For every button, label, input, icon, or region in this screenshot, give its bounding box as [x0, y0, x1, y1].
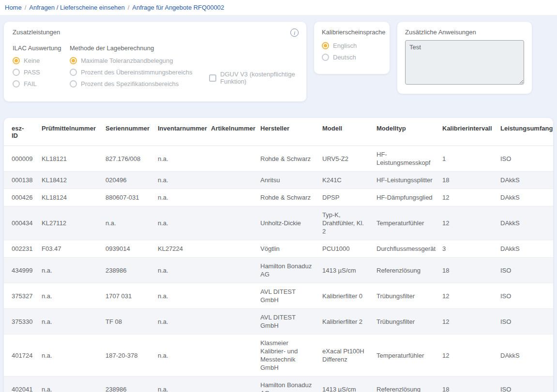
table-cell: 1413 µS/cm: [318, 377, 373, 392]
table-row-401724[interactable]: 401724n.a.187-20-378n.a.Klasmeier Kalibr…: [4, 334, 553, 377]
table-cell: 0939014: [102, 240, 154, 258]
radio-selected-icon[interactable]: [70, 57, 77, 64]
table-cell: 18: [438, 172, 497, 189]
anweisungen-textarea[interactable]: Test: [405, 40, 524, 85]
table-cell: 827.176/008: [102, 146, 154, 172]
radio-unselected-icon[interactable]: [13, 80, 20, 87]
table-cell: 375330: [4, 309, 38, 334]
table-row-000434[interactable]: 000434KL27112n.a.n.a.Unholtz-DickieTyp-K…: [4, 206, 553, 240]
table-cell: 1707 031: [102, 283, 154, 309]
table-cell: 12: [438, 334, 497, 377]
checkbox-icon[interactable]: [209, 74, 216, 82]
table-body: 000009KL18121827.176/008n.a.Rohde & Schw…: [4, 146, 553, 392]
devices-table: esz-IDPrüfmittelnummerSeriennummerInvent…: [4, 118, 553, 392]
table-row-375330[interactable]: 375330n.a.TF 08n.a.AVL DITEST GmbHKalibr…: [4, 309, 553, 334]
table-cell: [207, 206, 256, 240]
radio-option-keine[interactable]: Keine: [13, 57, 70, 64]
radio-unselected-icon[interactable]: [322, 54, 329, 61]
table-cell: 1: [438, 146, 497, 172]
radio-unselected-icon[interactable]: [70, 69, 77, 76]
radio-option-maximale-toleranzbandbelegung[interactable]: Maximale Toleranzbandbelegung: [70, 57, 196, 64]
dguv-checkbox-row[interactable]: DGUV V3 (kostenpflichtige Funktion): [209, 64, 299, 92]
table-row-000009[interactable]: 000009KL18121827.176/008n.a.Rohde & Schw…: [4, 146, 553, 172]
table-cell: n.a.: [38, 309, 102, 334]
zusaetzliche-anweisungen-panel: Zusätzliche Anweisungen Test: [397, 22, 532, 94]
breadcrumb-separator: /: [25, 4, 27, 11]
sprache-radio-group: EnglischDeutsch: [322, 42, 382, 61]
radio-option-pass[interactable]: PASS: [13, 69, 70, 76]
table-cell: 000138: [4, 172, 38, 189]
table-cell: HF-Leistungsmesskopf: [373, 146, 438, 172]
radio-option-fail[interactable]: FAIL: [13, 80, 70, 87]
table-cell: 18: [438, 258, 497, 283]
column-header-prüfmittelnummer: Prüfmittelnummer: [38, 118, 102, 146]
radio-unselected-icon[interactable]: [70, 80, 77, 87]
radio-label: Prozent des Spezifikationsbereichs: [81, 80, 179, 87]
methode-radio-group: Maximale ToleranzbandbelegungProzent des…: [70, 57, 196, 87]
radio-option-englisch[interactable]: Englisch: [322, 42, 382, 49]
radio-option-prozent-des-übereinstimmungsbereichs[interactable]: Prozent des Übereinstimmungsbereichs: [70, 69, 196, 76]
radio-option-deutsch[interactable]: Deutsch: [322, 54, 382, 61]
table-cell: HF-Dämpfungsglied: [373, 189, 438, 206]
table-cell: Rohde & Schwarz: [256, 146, 318, 172]
table-cell: Trübungsfilter: [373, 283, 438, 309]
table-cell: 402041: [4, 377, 38, 392]
radio-selected-icon[interactable]: [322, 42, 329, 49]
table-cell: Unholtz-Dickie: [256, 206, 318, 240]
table-cell: Rohde & Schwarz: [256, 189, 318, 206]
table-cell: Referenzlösung: [373, 258, 438, 283]
radio-selected-icon[interactable]: [13, 57, 20, 64]
breadcrumb: Home/Anfragen / Lieferscheine einsehen/A…: [0, 0, 557, 15]
table-cell: 3: [438, 240, 497, 258]
table-cell: 238986: [102, 377, 154, 392]
table-cell: Temperaturfühler: [373, 206, 438, 240]
table-cell: [207, 377, 256, 392]
radio-unselected-icon[interactable]: [13, 69, 20, 76]
table-cell: KL18121: [38, 146, 102, 172]
panel-title-sprache: Kalibrierscheinsprache: [322, 29, 382, 36]
table-header-row: esz-IDPrüfmittelnummerSeriennummerInvent…: [4, 118, 553, 146]
ilac-radio-group: KeinePASSFAIL: [13, 57, 70, 87]
table-cell: 000009: [4, 146, 38, 172]
column-header-kalibrierintervall: Kalibrierintervall: [438, 118, 497, 146]
column-header-hersteller: Hersteller: [256, 118, 318, 146]
table-cell: n.a.: [38, 283, 102, 309]
table-row-000138[interactable]: 000138KL18412020496n.a.AnritsuK241CHF-Le…: [4, 172, 553, 189]
breadcrumb-link-home[interactable]: Home: [5, 4, 22, 11]
table-row-434999[interactable]: 434999n.a.238986n.a.Hamilton Bonaduz AG1…: [4, 258, 553, 283]
table-cell: Trübungsfilter: [373, 309, 438, 334]
breadcrumb-link-current-request[interactable]: Anfrage für Angebote RFQ00002: [132, 4, 224, 11]
table-cell: n.a.: [154, 283, 207, 309]
table-cell: n.a.: [154, 206, 207, 240]
table-cell: AVL DITEST GmbH: [256, 283, 318, 309]
table-row-402041[interactable]: 402041n.a.238986n.a.Hamilton Bonaduz AG1…: [4, 377, 553, 392]
table-cell: DAkkS: [497, 334, 553, 377]
table-cell: TF 08: [102, 309, 154, 334]
table-cell: Durchflussmessgerät: [373, 240, 438, 258]
table-cell: URV5-Z2: [318, 146, 373, 172]
table-cell: 12: [438, 206, 497, 240]
table-cell: eXacal Pt100H Differenz: [318, 334, 373, 377]
zusatzleistungen-header: Zusatzleistungen i: [13, 29, 299, 37]
info-icon[interactable]: i: [290, 29, 299, 37]
radio-label: PASS: [24, 69, 40, 76]
table-row-002231[interactable]: 002231F03.470939014KL27224VögtlinPCU1000…: [4, 240, 553, 258]
panel-title-zusatzleistungen: Zusatzleistungen: [13, 29, 60, 36]
table-cell: DAkkS: [497, 172, 553, 189]
breadcrumb-link-anfragen-lieferscheine[interactable]: Anfragen / Lieferscheine einsehen: [29, 4, 124, 11]
table-cell: 1413 µS/cm: [318, 258, 373, 283]
column-header-inventarnummer: Inventarnummer: [154, 118, 207, 146]
table-cell: n.a.: [154, 146, 207, 172]
table-row-375327[interactable]: 375327n.a.1707 031n.a.AVL DITEST GmbHKal…: [4, 283, 553, 309]
ilac-auswertung-group: ILAC Auswertung KeinePASSFAIL: [13, 44, 70, 92]
devices-table-card: esz-IDPrüfmittelnummerSeriennummerInvent…: [4, 118, 553, 392]
radio-label: Englisch: [333, 42, 357, 49]
table-cell: KL18412: [38, 172, 102, 189]
table-cell: Kalibrierfilter 2: [318, 309, 373, 334]
radio-option-prozent-des-spezifikationsbereichs[interactable]: Prozent des Spezifikationsbereichs: [70, 80, 196, 87]
zusatzleistungen-body: ILAC Auswertung KeinePASSFAIL Methode de…: [13, 44, 299, 92]
table-cell: 187-20-378: [102, 334, 154, 377]
table-cell: [207, 283, 256, 309]
table-cell: [207, 240, 256, 258]
table-row-000426[interactable]: 000426KL18124880607-031n.a.Rohde & Schwa…: [4, 189, 553, 206]
